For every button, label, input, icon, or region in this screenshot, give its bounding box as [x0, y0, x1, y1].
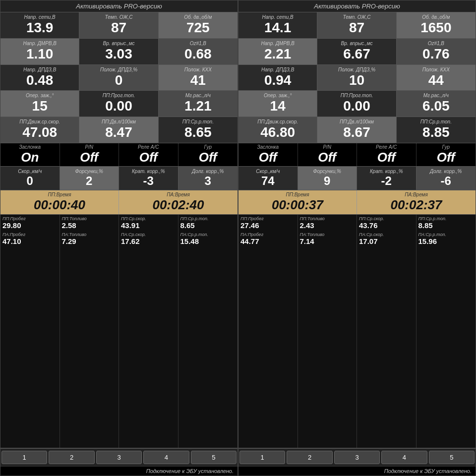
cell-r5-c1: ПП:Движ.ср.скор.46.80 — [238, 117, 317, 143]
cell-r3-c2: Полож. ДПДЗ,%10 — [317, 65, 396, 91]
cell-label: Полож. КХХ — [184, 66, 212, 73]
cell-value: 0.00 — [343, 99, 370, 116]
cell-r3-c1: Напр. ДПДЗ,В0.48 — [0, 65, 79, 91]
cell-label: Oz#1,В — [190, 40, 206, 47]
zaslonka-cell-4: ГурOff — [178, 143, 238, 166]
cell-r4-c3: Мг.рас.,л/ч1.21 — [159, 91, 238, 117]
cell-label: Опер. заж.,° — [264, 92, 292, 99]
cell-label: ПП:Движ.ср.скор. — [257, 118, 298, 125]
cell-label: Напр. ДМРВ,В — [23, 40, 57, 47]
cell-r3-c1: Напр. ДПДЗ,В0.94 — [238, 65, 317, 91]
cell-label: Мг.рас.,л/ч — [185, 92, 211, 99]
cell-value: 0.68 — [184, 47, 212, 63]
cell-value: 0.76 — [422, 47, 450, 63]
cell-r2-c2: Вр. впрыс.,мс6.67 — [317, 39, 396, 64]
cell-label: Темп. ОЖ,С — [105, 13, 133, 20]
cell-r3-c2: Полож. ДПДЗ,%0 — [79, 65, 158, 91]
cell-label: Крат. корр.,% — [132, 168, 165, 175]
stats-bot-label: ПА:Ср.скор. — [121, 232, 176, 237]
stats-col-4: ПП:Ср.р.топ.8.85ПА:Ср.р.топ.15.96 — [416, 215, 476, 448]
cell-label: Форсунки,% — [313, 168, 341, 175]
zaslonka-label: Реле А/С — [376, 144, 397, 150]
nav-btn-4[interactable]: 4 — [381, 451, 427, 464]
cell-label: Форсунки,% — [75, 168, 103, 175]
nav-btn-1[interactable]: 1 — [1, 451, 47, 464]
cell-r6-c4: Долг. корр.,%3 — [178, 167, 238, 190]
nav-btn-2[interactable]: 2 — [287, 451, 332, 464]
cell-r6-c4: Долг. корр.,%-6 — [416, 167, 476, 190]
cell-label: Опер. заж.,° — [26, 92, 54, 99]
zaslonka-cell-2: P/NOff — [298, 143, 357, 166]
cell-r4-c1: Опер. заж.,°15 — [0, 91, 79, 117]
nav-btn-3[interactable]: 3 — [334, 451, 380, 464]
cell-value: 0.00 — [105, 99, 132, 116]
cell-label: ПП:Прог.топ. — [341, 92, 373, 99]
stats-top-label: ПП:Топливо — [300, 216, 355, 221]
cell-r3-c3: Полож. КХХ41 — [159, 65, 238, 91]
cell-label: Темп. ОЖ,С — [343, 13, 371, 20]
pro-bar[interactable]: Активировать PRO-версию — [238, 0, 476, 12]
stats-top-value: 2.43 — [300, 221, 355, 230]
timers-row: ПП:Время00:00:37ПА:Время00:02:37 — [238, 190, 476, 215]
cell-value: 15 — [32, 99, 48, 116]
cell-r6-c1: Скор.,км/ч74 — [238, 167, 298, 190]
cell-label: Полож. ДПДЗ,% — [100, 66, 137, 73]
zaslonka-cell-1: ЗаслонкаOn — [0, 143, 60, 166]
cell-r1-c2: Темп. ОЖ,С87 — [317, 12, 396, 38]
stats-top-value: 2.58 — [62, 221, 117, 230]
cell-label: Вр. впрыс.,мс — [103, 40, 135, 47]
cell-label: Об. дв.,об/м — [422, 13, 450, 20]
cell-label: Полож. ДПДЗ,% — [338, 66, 375, 73]
zaslonka-label: Заслонка — [19, 144, 41, 150]
cell-r1-c1: Напр. сети,В14.1 — [238, 12, 317, 38]
timer-value: 00:02:37 — [390, 197, 442, 213]
cell-value: 8.65 — [184, 125, 212, 142]
stats-top-label: ПП:Ср.скор. — [121, 216, 176, 221]
panels-container: Активировать PRO-версиюНапр. сети,В13.9Т… — [0, 0, 476, 476]
nav-btn-5[interactable]: 5 — [191, 451, 237, 464]
stats-bot-label: ПА:Ср.скор. — [359, 232, 414, 237]
row-5: ПП:Движ.ср.скор.47.08ПП:Дв.л/100км8.47ПП… — [0, 117, 238, 143]
cell-label: Напр. сети,В — [24, 13, 56, 20]
stats-bot-value: 7.29 — [62, 237, 117, 246]
stats-top-label: ПП:Ср.скор. — [359, 216, 414, 221]
zaslonka-value: On — [21, 150, 39, 165]
cell-label: ПП:Прог.топ. — [103, 92, 135, 99]
nav-row: 12345 — [0, 448, 238, 466]
cell-r5-c2: ПП:Дв.л/100км8.47 — [79, 117, 158, 143]
row-4: Опер. заж.,°14ПП:Прог.топ.0.00Мг.рас.,л/… — [238, 91, 476, 117]
stats-top-label: ПП:Ср.р.топ. — [180, 216, 236, 221]
nav-btn-3[interactable]: 3 — [96, 451, 142, 464]
nav-btn-5[interactable]: 5 — [429, 451, 475, 464]
cell-value: 1.10 — [26, 47, 54, 63]
zaslonka-cell-2: P/NOff — [60, 143, 119, 166]
stats-col-1: ПП:Пробег27.46ПА:Пробег44.77 — [238, 215, 298, 448]
stats-top-value: 29.80 — [2, 221, 58, 230]
stats-bot-label: ПА:Ср.р.топ. — [418, 232, 474, 237]
row-2: Напр. ДМРВ,В2.21Вр. впрыс.,мс6.67Oz#1,В0… — [238, 39, 476, 65]
cell-r1-c3: Об. дв.,об/м1650 — [397, 12, 476, 38]
nav-btn-1[interactable]: 1 — [239, 451, 285, 464]
row-3: Напр. ДПДЗ,В0.94Полож. ДПДЗ,%10Полож. КХ… — [238, 65, 476, 91]
cell-r2-c1: Напр. ДМРВ,В1.10 — [0, 39, 79, 64]
cell-value: -3 — [143, 175, 154, 189]
cell-value: 0.48 — [26, 73, 54, 90]
cell-value: 47.08 — [22, 125, 57, 142]
stats-bot-value: 44.77 — [240, 237, 296, 246]
stats-top-value: 8.85 — [418, 221, 474, 230]
pro-bar[interactable]: Активировать PRO-версию — [0, 0, 238, 12]
cell-r1-c3: Об. дв.,об/м725 — [159, 12, 238, 38]
cell-r6-c3: Крат. корр.,%-2 — [357, 167, 416, 190]
zaslonka-value: Off — [318, 150, 336, 165]
cell-label: ПП:Дв.л/100км — [340, 118, 374, 125]
nav-btn-2[interactable]: 2 — [49, 451, 94, 464]
cell-label: ПП:Ср.р.топ. — [420, 118, 452, 125]
cell-label: Напр. ДПДЗ,В — [23, 66, 56, 73]
cell-r2-c3: Oz#1,В0.76 — [397, 39, 476, 64]
cell-value: 3 — [205, 175, 211, 189]
cell-value: 0 — [27, 175, 33, 189]
stats-bot-label: ПА:Пробег — [240, 232, 296, 237]
nav-btn-4[interactable]: 4 — [143, 451, 189, 464]
stats-top-label: ПП:Топливо — [62, 216, 117, 221]
cell-value: 87 — [349, 20, 364, 37]
